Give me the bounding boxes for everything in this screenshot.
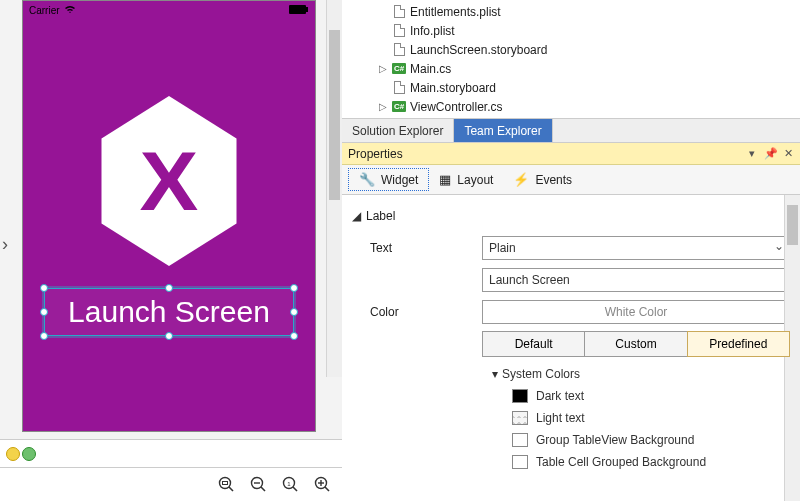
resize-handle-tl[interactable] bbox=[40, 284, 48, 292]
launch-label-selection[interactable]: Launch Screen bbox=[44, 288, 294, 336]
zoom-fit-icon[interactable] bbox=[216, 475, 236, 495]
wrench-icon: 🔧 bbox=[359, 172, 375, 187]
text-value-input[interactable] bbox=[482, 268, 790, 292]
expand-left-icon[interactable]: › bbox=[2, 234, 8, 255]
svg-line-3 bbox=[229, 487, 233, 491]
expander-icon[interactable]: ▷ bbox=[378, 63, 388, 74]
xamarin-logo[interactable]: X bbox=[94, 96, 244, 266]
file-icon bbox=[392, 5, 406, 19]
tab-label: Layout bbox=[457, 173, 493, 187]
right-pane: Entitlements.plist Info.plist LaunchScre… bbox=[342, 0, 800, 501]
seg-predefined[interactable]: Predefined bbox=[687, 331, 790, 357]
tree-item-label: Main.cs bbox=[410, 62, 451, 76]
resize-handle-tc[interactable] bbox=[165, 284, 173, 292]
csharp-file-icon: C# bbox=[392, 62, 406, 76]
syscolors-row: ▾ System Colors Dark text Light text Gro… bbox=[352, 363, 790, 473]
tree-item-infoplist[interactable]: Info.plist bbox=[348, 21, 794, 40]
properties-body: ◢ Label Text Color bbox=[342, 195, 800, 501]
syscolors-header: System Colors bbox=[502, 367, 580, 381]
file-icon bbox=[392, 24, 406, 38]
tab-team-explorer[interactable]: Team Explorer bbox=[454, 119, 552, 142]
section-label: Label bbox=[366, 209, 395, 223]
seg-default[interactable]: Default bbox=[482, 331, 585, 357]
tree-item-label: Entitlements.plist bbox=[410, 5, 501, 19]
section-header-row[interactable]: ◢ Label bbox=[352, 203, 790, 229]
layout-icon: ▦ bbox=[439, 172, 451, 187]
tree-item-label: Info.plist bbox=[410, 24, 455, 38]
solution-explorer-tree[interactable]: Entitlements.plist Info.plist LaunchScre… bbox=[342, 0, 800, 118]
wifi-icon bbox=[64, 4, 76, 16]
zoom-in-icon[interactable] bbox=[312, 475, 332, 495]
svg-rect-0 bbox=[289, 5, 306, 14]
color-item-light-text[interactable]: Light text bbox=[492, 407, 790, 429]
zoom-out-icon[interactable] bbox=[248, 475, 268, 495]
syscolors-header-row[interactable]: ▾ System Colors bbox=[492, 363, 790, 385]
phone-content: X Launch Screen bbox=[23, 19, 315, 431]
design-footer bbox=[0, 439, 342, 467]
dropdown-icon[interactable]: ▾ bbox=[746, 147, 758, 160]
tree-item-label: LaunchScreen.storyboard bbox=[410, 43, 547, 57]
svg-line-12 bbox=[325, 487, 329, 491]
tree-item-viewcontroller[interactable]: ▷ C# ViewController.cs bbox=[348, 97, 794, 116]
resize-handle-mr[interactable] bbox=[290, 308, 298, 316]
tab-events[interactable]: ⚡ Events bbox=[503, 169, 582, 190]
status-indicator-icon[interactable] bbox=[22, 447, 36, 461]
properties-tabs: 🔧 Widget ▦ Layout ⚡ Events bbox=[342, 165, 800, 195]
svg-rect-1 bbox=[306, 7, 308, 12]
color-item-label: Dark text bbox=[536, 389, 584, 403]
design-scrollbar[interactable] bbox=[326, 0, 342, 377]
csharp-file-icon: C# bbox=[392, 100, 406, 114]
warning-indicator-icon[interactable] bbox=[6, 447, 20, 461]
svg-text:1: 1 bbox=[287, 481, 291, 487]
lightning-icon: ⚡ bbox=[513, 172, 529, 187]
color-swatch bbox=[512, 455, 528, 469]
color-item-label: Light text bbox=[536, 411, 585, 425]
text-type-select[interactable] bbox=[482, 236, 790, 260]
carrier-label: Carrier bbox=[29, 5, 60, 16]
close-icon[interactable]: ✕ bbox=[782, 147, 794, 160]
color-swatch bbox=[512, 411, 528, 425]
color-item-label: Group TableView Background bbox=[536, 433, 694, 447]
tab-layout[interactable]: ▦ Layout bbox=[429, 169, 503, 190]
seg-custom[interactable]: Custom bbox=[584, 331, 687, 357]
tab-solution-explorer[interactable]: Solution Explorer bbox=[342, 119, 454, 142]
chevron-down-icon[interactable]: ▾ bbox=[492, 367, 498, 381]
tree-item-main-cs[interactable]: ▷ C# Main.cs bbox=[348, 59, 794, 78]
tree-item-launchscreen[interactable]: LaunchScreen.storyboard bbox=[348, 40, 794, 59]
tree-item-main-storyboard[interactable]: Main.storyboard bbox=[348, 78, 794, 97]
resize-handle-bl[interactable] bbox=[40, 332, 48, 340]
phone-preview[interactable]: Carrier X Launch Screen bbox=[22, 0, 316, 432]
resize-handle-tr[interactable] bbox=[290, 284, 298, 292]
svg-point-2 bbox=[219, 478, 230, 489]
tree-item-label: Main.storyboard bbox=[410, 81, 496, 95]
resize-handle-bc[interactable] bbox=[165, 332, 173, 340]
color-value-field[interactable] bbox=[482, 300, 790, 324]
tab-widget[interactable]: 🔧 Widget bbox=[348, 168, 429, 191]
properties-scroll-thumb[interactable] bbox=[787, 205, 798, 245]
tab-label: Widget bbox=[381, 173, 418, 187]
tree-item-entitlements[interactable]: Entitlements.plist bbox=[348, 2, 794, 21]
launch-label[interactable]: Launch Screen bbox=[44, 288, 294, 336]
expander-icon[interactable]: ▷ bbox=[378, 101, 388, 112]
prop-text-label: Text bbox=[352, 241, 482, 255]
color-item-cell-bg[interactable]: Table Cell Grouped Background bbox=[492, 451, 790, 473]
pin-icon[interactable]: 📌 bbox=[764, 147, 776, 160]
section-collapse-icon[interactable]: ◢ bbox=[352, 209, 362, 223]
color-item-label: Table Cell Grouped Background bbox=[536, 455, 706, 469]
design-scroll-thumb[interactable] bbox=[329, 30, 340, 200]
xamarin-logo-x: X bbox=[140, 133, 199, 230]
color-item-group-bg[interactable]: Group TableView Background bbox=[492, 429, 790, 451]
svg-line-6 bbox=[261, 487, 265, 491]
resize-handle-ml[interactable] bbox=[40, 308, 48, 316]
color-mode-segment: Default Custom Predefined bbox=[482, 331, 790, 357]
color-swatch bbox=[512, 433, 528, 447]
resize-handle-br[interactable] bbox=[290, 332, 298, 340]
color-item-dark-text[interactable]: Dark text bbox=[492, 385, 790, 407]
file-icon bbox=[392, 81, 406, 95]
battery-icon bbox=[289, 5, 309, 16]
design-canvas[interactable]: › Carrier X bbox=[0, 0, 342, 439]
zoom-100-icon[interactable]: 1 bbox=[280, 475, 300, 495]
design-surface: › Carrier X bbox=[0, 0, 342, 501]
tab-label: Events bbox=[535, 173, 572, 187]
properties-title: Properties bbox=[348, 147, 403, 161]
